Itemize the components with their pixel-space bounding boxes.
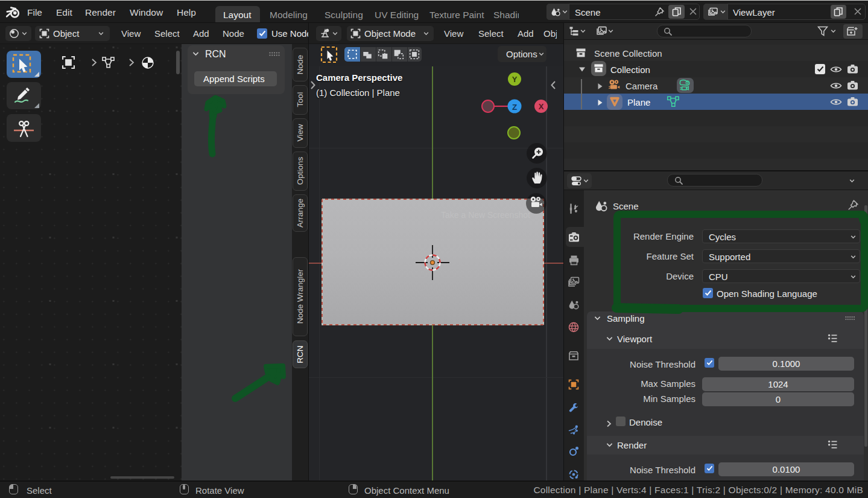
svg-text:Y: Y bbox=[512, 75, 518, 84]
svg-text:Z: Z bbox=[512, 103, 517, 112]
svg-text:X: X bbox=[539, 102, 544, 111]
